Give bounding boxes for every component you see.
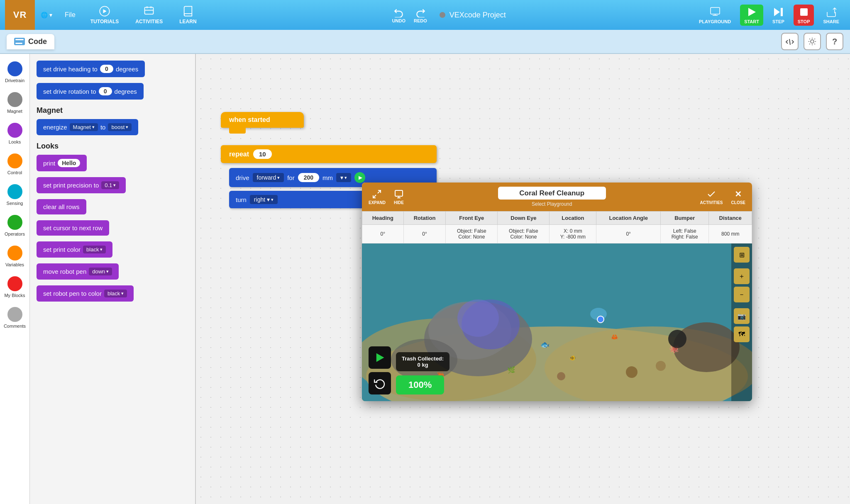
sidebar-item-control[interactable]: Control — [0, 151, 29, 178]
sidebar-label-comments: Comments — [4, 324, 26, 329]
sidebar-label-magnet: Magnet — [7, 109, 22, 114]
block-print-hello[interactable]: print Hello — [37, 155, 188, 171]
svg-point-22 — [457, 299, 499, 337]
cell-down-eye: Object: FalseColor: None — [498, 225, 550, 243]
redo-button[interactable]: REDO — [414, 7, 427, 23]
drive-label: drive — [236, 174, 249, 181]
svg-rect-1 — [145, 7, 154, 14]
activities-label: ACTIVITIES — [135, 19, 163, 24]
playground-select[interactable]: Coral Reef Cleanup — [498, 187, 606, 200]
svg-point-24 — [557, 372, 565, 380]
sidebar-item-variables[interactable]: Variables — [0, 243, 29, 270]
when-started-block[interactable]: when started — [221, 112, 304, 128]
cell-location-angle: 0° — [596, 225, 661, 243]
svg-rect-6 — [800, 8, 808, 16]
col-down-eye: Down Eye — [498, 212, 550, 225]
col-rotation: Rotation — [403, 212, 446, 225]
view-camera-button[interactable]: 📷 — [734, 308, 750, 324]
block-set-print-color[interactable]: set print color black — [37, 241, 188, 258]
svg-point-26 — [656, 361, 666, 371]
block-notch — [229, 128, 246, 134]
hide-button[interactable]: HIDE — [394, 189, 404, 205]
col-location-angle: Location Angle — [596, 212, 661, 225]
view-grid-button[interactable]: ⊞ — [734, 247, 750, 263]
svg-line-11 — [373, 195, 376, 198]
sidebar-item-drivetrain[interactable]: Drivetrain — [0, 59, 29, 85]
svg-marker-35 — [376, 353, 384, 362]
sidebar-item-sensing[interactable]: Sensing — [0, 182, 29, 208]
project-title: VEXcode Project — [440, 11, 506, 19]
help-button[interactable]: ? — [826, 33, 843, 50]
drive-play-button[interactable] — [354, 172, 365, 183]
sidebar-item-looks[interactable]: Looks — [0, 120, 29, 147]
block-set-drive-heading[interactable]: set drive heading to 0 degrees — [37, 61, 188, 77]
file-menu[interactable]: File — [58, 11, 82, 19]
turn-block[interactable]: turn right ▾ — [229, 191, 370, 208]
status-dot — [440, 12, 445, 18]
modal-activities-button[interactable]: ACTIVITIES — [700, 189, 723, 205]
zoom-in-button[interactable]: ＋ — [734, 268, 750, 284]
code-tab[interactable]: Code — [7, 34, 54, 49]
playground-modal: EXPAND HIDE Coral Reef Cleanup Select Pl… — [362, 183, 752, 401]
block-energize-magnet[interactable]: energize Magnet to boost — [37, 119, 188, 135]
sidebar-label-operators: Operators — [5, 231, 25, 236]
block-move-robot-pen[interactable]: move robot pen down — [37, 263, 188, 280]
svg-rect-5 — [781, 8, 783, 16]
learn-button[interactable]: LEARN — [171, 5, 205, 24]
cell-front-eye: Object: FalseColor: None — [446, 225, 498, 243]
block-set-print-precision[interactable]: set print precision to 0.1 — [37, 177, 188, 193]
activities-button[interactable]: ACTIVITIES — [127, 5, 171, 24]
settings-button[interactable] — [804, 33, 821, 50]
table-row: 0° 0° Object: FalseColor: None Object: F… — [362, 225, 752, 243]
expand-button[interactable]: EXPAND — [369, 189, 386, 205]
sidebar-item-comments[interactable]: Comments — [0, 304, 29, 331]
svg-text:🌿: 🌿 — [507, 366, 515, 374]
modal-close-button[interactable]: ✕ CLOSE — [731, 189, 745, 205]
svg-rect-2 — [711, 7, 720, 14]
col-heading: Heading — [362, 212, 404, 225]
vr-logo: VR — [5, 0, 35, 30]
block-set-cursor-next-row[interactable]: set cursor to next row — [37, 220, 188, 236]
undo-button[interactable]: UNDO — [392, 7, 405, 23]
when-started-label: when started — [229, 116, 270, 123]
sub-nav-right: ? — [781, 33, 843, 50]
drive-direction-dropdown[interactable]: forward — [253, 173, 284, 182]
col-location: Location — [550, 212, 596, 225]
sidebar-item-magnet[interactable]: Magnet — [0, 90, 29, 116]
svg-marker-3 — [748, 8, 756, 16]
cell-heading: 0° — [362, 225, 404, 243]
drive-unit-dropdown[interactable]: ▾ — [336, 173, 351, 182]
play-button[interactable] — [369, 346, 391, 369]
stop-button[interactable]: STOP — [794, 5, 814, 26]
start-button[interactable]: START — [740, 5, 763, 26]
sidebar-label-myblocks: My Blocks — [4, 293, 25, 298]
reset-button[interactable] — [369, 372, 391, 394]
share-button[interactable]: SHARE — [817, 6, 845, 24]
workspace[interactable]: when started repeat 10 drive forward for… — [196, 54, 850, 504]
globe-button[interactable]: 🌐 ▾ — [35, 12, 58, 18]
variables-icon — [7, 246, 22, 261]
svg-text:🦀: 🦀 — [611, 334, 618, 341]
playground-button[interactable]: PLAYGROUND — [693, 6, 737, 24]
repeat-block[interactable]: repeat 10 — [221, 145, 437, 163]
block-clear-all-rows[interactable]: clear all rows — [37, 199, 188, 214]
code-tab-label: Code — [28, 37, 47, 46]
step-button[interactable]: STEP — [767, 6, 790, 24]
sidebar-item-operators[interactable]: Operators — [0, 212, 29, 239]
tutorials-button[interactable]: TUTORIALS — [82, 5, 127, 24]
block-set-drive-rotation[interactable]: set drive rotation to 0 degrees — [37, 83, 188, 100]
select-playground-label: Select Playground — [532, 201, 572, 207]
block-set-robot-pen-color[interactable]: set robot pen to color black — [37, 285, 188, 302]
turn-direction-dropdown[interactable]: right ▾ — [250, 195, 278, 204]
sidebar-item-myblocks[interactable]: My Blocks — [0, 274, 29, 300]
zoom-out-button[interactable]: － — [734, 287, 750, 302]
modal-header: EXPAND HIDE Coral Reef Cleanup Select Pl… — [362, 183, 752, 211]
svg-line-10 — [378, 190, 381, 193]
svg-line-8 — [789, 39, 790, 45]
drive-for-label: for — [287, 174, 295, 181]
view-map-button[interactable]: 🗺 — [734, 326, 750, 342]
magnet-icon — [7, 92, 22, 107]
cell-location: X: 0 mmY: -800 mm — [550, 225, 596, 243]
code-view-button[interactable] — [781, 33, 799, 50]
drive-distance-value: 200 — [298, 173, 319, 182]
